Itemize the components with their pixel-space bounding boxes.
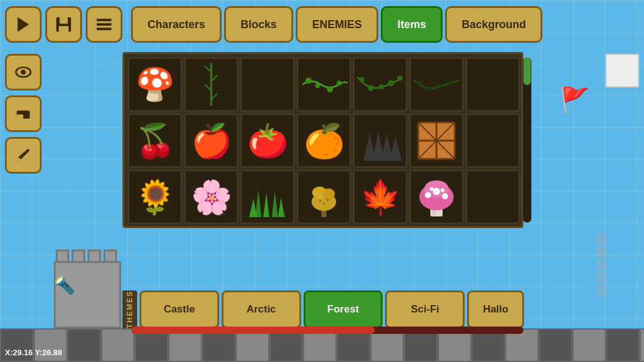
item-grid-row2: 🍒 🍎 🍅 🍊	[128, 114, 518, 168]
svg-marker-0	[18, 17, 29, 32]
deco-white-box	[605, 54, 639, 87]
save-button[interactable]	[45, 6, 82, 43]
eraser-icon	[13, 104, 33, 124]
theme-tab-castle[interactable]: Castle	[140, 290, 219, 328]
item-empty2[interactable]	[466, 57, 520, 111]
svg-rect-5	[97, 23, 111, 26]
svg-marker-34	[389, 136, 402, 161]
eraser-button[interactable]	[5, 95, 42, 132]
tab-characters[interactable]: Characters	[131, 6, 222, 43]
svg-point-24	[379, 84, 384, 89]
tab-items[interactable]: Items	[381, 6, 443, 43]
tab-background[interactable]: Background	[445, 6, 542, 43]
svg-marker-43	[272, 191, 278, 217]
svg-point-20	[327, 86, 333, 92]
vine4-svg	[412, 74, 461, 95]
left-tools	[5, 54, 42, 174]
flower-emoji: 🌸	[191, 180, 232, 213]
item-flower[interactable]: 🌸	[184, 170, 238, 224]
item-shrub[interactable]	[297, 170, 351, 224]
play-button[interactable]	[5, 6, 42, 43]
item-vine3[interactable]	[353, 57, 407, 111]
svg-point-60	[430, 187, 433, 191]
themes-label: THEMES	[122, 290, 137, 328]
svg-point-57	[425, 192, 431, 198]
svg-point-22	[359, 77, 364, 82]
pencil-icon	[13, 146, 33, 165]
svg-rect-10	[17, 114, 23, 119]
item-vine1[interactable]	[184, 57, 238, 111]
svg-point-49	[323, 188, 335, 199]
pink-mushroom-svg	[417, 175, 457, 218]
svg-point-58	[433, 188, 440, 195]
item-grid: 🍄	[128, 57, 518, 111]
item-empty3[interactable]	[466, 114, 520, 168]
orange-emoji: 🍊	[304, 124, 345, 157]
spikes-svg	[359, 127, 402, 164]
deco-chain: ⛓⛓⛓⛓⛓	[593, 232, 607, 297]
item-grass[interactable]	[241, 170, 294, 224]
eye-icon	[13, 62, 33, 82]
svg-point-25	[388, 80, 394, 86]
tab-enemies[interactable]: ENEMIES	[296, 6, 378, 43]
item-crate[interactable]	[410, 114, 463, 168]
coordinates: X:29.16 Y:26.88	[5, 348, 62, 357]
item-grid-row3: 🌻 🌸	[128, 170, 518, 224]
svg-rect-3	[59, 26, 69, 32]
deco-banner: 🚩	[560, 86, 590, 114]
svg-point-21	[337, 81, 342, 86]
svg-rect-2	[59, 17, 67, 24]
svg-point-23	[368, 85, 374, 91]
svg-point-26	[397, 76, 402, 81]
item-vine4[interactable]	[410, 57, 463, 111]
pencil-button[interactable]	[5, 137, 42, 174]
crate-svg	[415, 119, 458, 162]
item-orange[interactable]: 🍊	[297, 114, 351, 168]
item-empty1[interactable]	[241, 57, 294, 111]
vine3-svg	[356, 72, 405, 97]
item-apple-red[interactable]: 🍎	[184, 114, 238, 168]
theme-tab-forest[interactable]: Forest	[304, 290, 383, 328]
cherries-emoji: 🍒	[135, 124, 176, 157]
theme-tab-scifi[interactable]: Sci-Fi	[385, 290, 465, 328]
svg-point-19	[315, 83, 320, 88]
theme-tabs: Castle Arctic Forest Sci-Fi Hallo	[137, 290, 526, 328]
eye-button[interactable]	[5, 54, 42, 90]
menu-icon	[94, 15, 114, 34]
shrub-svg	[304, 180, 344, 220]
svg-rect-6	[97, 28, 111, 30]
svg-point-27	[416, 81, 422, 85]
item-spikes[interactable]	[353, 114, 407, 168]
item-redleaf[interactable]: 🍁	[353, 170, 407, 224]
svg-point-52	[323, 202, 325, 205]
redleaf-emoji: 🍁	[360, 180, 401, 213]
svg-point-59	[442, 193, 448, 199]
tomato-emoji: 🍅	[247, 124, 288, 157]
tab-blocks[interactable]: Blocks	[224, 6, 293, 43]
theme-tab-hallo[interactable]: Hallo	[467, 290, 524, 328]
vine1-svg	[199, 60, 223, 109]
item-pink-mushroom[interactable]	[410, 170, 463, 224]
save-icon	[54, 15, 73, 34]
svg-point-8	[21, 70, 26, 75]
svg-point-50	[319, 200, 321, 202]
grass-svg	[246, 180, 289, 220]
svg-point-51	[326, 199, 329, 201]
item-tomato[interactable]: 🍅	[241, 114, 294, 168]
apple-red-emoji: 🍎	[191, 124, 232, 157]
menu-button[interactable]	[86, 6, 122, 43]
theme-tab-arctic[interactable]: Arctic	[222, 290, 301, 328]
item-mushroom[interactable]: 🍄	[128, 57, 182, 111]
item-sunflower[interactable]: 🌻	[128, 170, 182, 224]
item-vine2[interactable]	[297, 57, 351, 111]
item-empty4[interactable]	[466, 170, 520, 224]
panel-scrollbar[interactable]	[523, 57, 531, 223]
theme-bar: THEMES Castle Arctic Forest Sci-Fi Hallo	[122, 290, 526, 328]
item-panel: 🍄	[122, 52, 523, 228]
svg-marker-42	[263, 193, 269, 217]
svg-marker-45	[278, 198, 285, 217]
item-cherries[interactable]: 🍒	[128, 114, 182, 168]
svg-point-29	[436, 84, 443, 88]
progress-bar-container	[132, 327, 523, 334]
vine2-svg	[299, 72, 348, 97]
